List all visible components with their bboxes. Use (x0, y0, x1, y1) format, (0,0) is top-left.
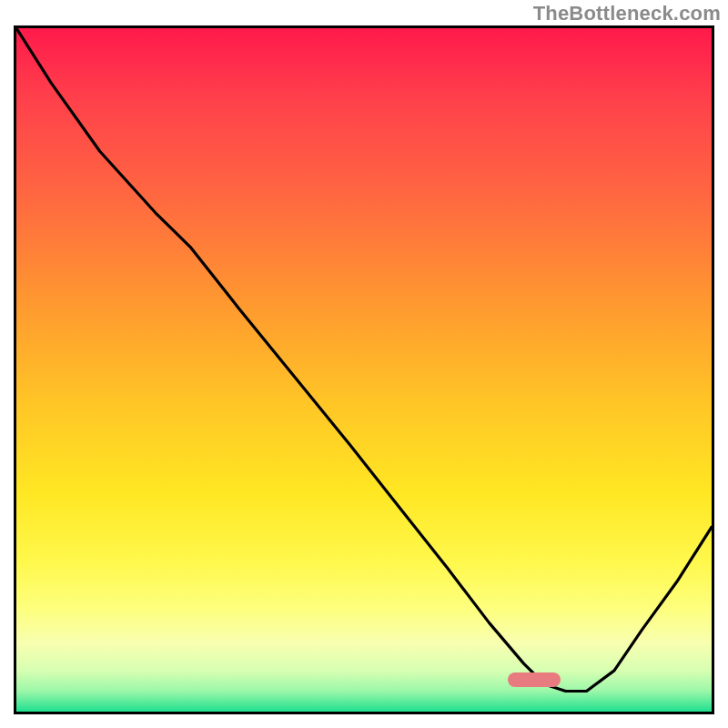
chart-frame (14, 25, 714, 714)
canvas: TheBottleneck.com (0, 0, 728, 728)
watermark-text: TheBottleneck.com (533, 2, 721, 25)
chart-line (16, 28, 712, 712)
optimal-region-marker (508, 672, 561, 687)
bottleneck-curve-path (16, 28, 712, 692)
